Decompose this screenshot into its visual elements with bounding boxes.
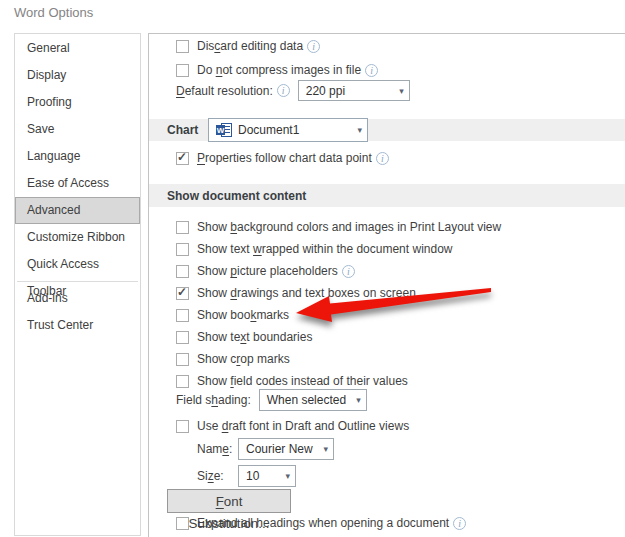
checkbox-row-use-draft-font[interactable]: ✓ Use draft font in Draft and Outline vi… (176, 418, 409, 434)
default-resolution-row: Default resolution: i 220 ppi ▾ (176, 80, 410, 101)
checkbox-label[interactable]: Show field codes instead of their values (197, 374, 408, 388)
checkbox-row-show-picture-placeholders[interactable]: ✓ Show picture placeholders i (176, 260, 625, 282)
checkbox-label[interactable]: Show drawings and text boxes on screen (197, 286, 416, 300)
checkbox[interactable]: ✓ (176, 309, 189, 322)
checkbox[interactable]: ✓ (176, 420, 189, 433)
sidebar-item-language[interactable]: Language (15, 143, 140, 170)
show-options-list: ✓ Show background colors and images in P… (176, 216, 625, 392)
dropdown-arrow-icon: ▾ (349, 125, 362, 135)
info-icon[interactable]: i (453, 517, 466, 530)
sidebar-item-advanced[interactable]: Advanced (15, 197, 140, 224)
check-icon: ✓ (177, 285, 187, 299)
checkbox[interactable]: ✓ (176, 221, 189, 234)
checkbox[interactable]: ✓ (176, 375, 189, 388)
show-document-content-header: Show document content (149, 184, 625, 207)
checkbox-label[interactable]: Show text wrapped within the document wi… (197, 242, 452, 256)
checkbox[interactable]: ✓ (176, 64, 189, 77)
dropdown-value: 220 ppi (306, 84, 345, 98)
checkbox-row-do-not-compress-images[interactable]: ✓ Do not compress images in file i (176, 62, 378, 78)
dropdown-value: Courier New (246, 442, 313, 456)
checkbox-label[interactable]: Show text boundaries (197, 330, 312, 344)
checkbox-label[interactable]: Discard editing data (197, 39, 303, 53)
checkbox-label[interactable]: Properties follow chart data point (197, 151, 372, 165)
dropdown-arrow-icon: ▾ (348, 395, 361, 405)
field-shading-row: Field shading: When selected ▾ (176, 389, 367, 411)
info-icon[interactable]: i (307, 40, 320, 53)
sidebar-item-ease-of-access[interactable]: Ease of Access (15, 170, 140, 197)
checkbox-label[interactable]: Show background colors and images in Pri… (197, 220, 501, 234)
chart-section-header: Chart W Document1 ▾ (149, 119, 625, 141)
font-name-dropdown[interactable]: Courier New ▾ (238, 438, 334, 460)
field-shading-dropdown[interactable]: When selected ▾ (259, 389, 367, 411)
sidebar-item-trust-center[interactable]: Trust Center (15, 312, 140, 339)
font-name-label: Name: (197, 442, 238, 456)
checkbox[interactable]: ✓ (176, 287, 189, 300)
info-icon[interactable]: i (365, 64, 378, 77)
sidebar-item-general[interactable]: General (15, 35, 140, 62)
draft-font-size-row: Size: 10 ▾ (197, 465, 296, 487)
sidebar: General Display Proofing Save Language E… (14, 33, 141, 536)
field-shading-label: Field shading: (176, 393, 251, 407)
checkbox-label[interactable]: Show crop marks (197, 352, 290, 366)
checkbox-row-show-crop-marks[interactable]: ✓ Show crop marks (176, 348, 625, 370)
checkbox-label[interactable]: Do not compress images in file (197, 63, 361, 77)
section-title: Chart (149, 123, 198, 137)
dropdown-value: 10 (246, 469, 259, 483)
checkbox[interactable]: ✓ (176, 331, 189, 344)
dropdown-value: When selected (267, 393, 346, 407)
checkbox[interactable]: ✓ (176, 517, 189, 530)
checkbox[interactable]: ✓ (176, 40, 189, 53)
checkbox-row-show-drawings[interactable]: ✓ Show drawings and text boxes on screen (176, 282, 625, 304)
checkbox[interactable]: ✓ (176, 152, 189, 165)
info-icon[interactable]: i (277, 84, 290, 97)
sidebar-item-save[interactable]: Save (15, 116, 140, 143)
info-icon[interactable]: i (342, 265, 355, 278)
content-pane: ✓ Discard editing data i ✓ Do not compre… (148, 33, 625, 537)
checkbox[interactable]: ✓ (176, 353, 189, 366)
checkbox-row-show-background-colors[interactable]: ✓ Show background colors and images in P… (176, 216, 625, 238)
checkbox-row-expand-all-headings[interactable]: ✓ Expand all headings when opening a doc… (176, 515, 466, 531)
sidebar-item-quick-access-toolbar[interactable]: Quick Access Toolbar (15, 251, 140, 278)
font-size-label: Size: (197, 469, 238, 483)
svg-text:W: W (217, 126, 225, 135)
dropdown-arrow-icon: ▾ (277, 471, 290, 481)
font-substitution-button[interactable]: Font Substitution... (167, 489, 291, 513)
draft-font-name-row: Name: Courier New ▾ (197, 438, 334, 460)
checkbox-row-discard-editing-data[interactable]: ✓ Discard editing data i (176, 38, 320, 54)
info-icon[interactable]: i (376, 152, 389, 165)
section-title: Show document content (149, 189, 306, 203)
checkbox-row-show-text-wrapped[interactable]: ✓ Show text wrapped within the document … (176, 238, 625, 260)
dropdown-value: Document1 (238, 123, 299, 137)
window-title: Word Options (14, 5, 93, 20)
word-document-icon: W (216, 123, 232, 138)
sidebar-item-proofing[interactable]: Proofing (15, 89, 140, 116)
checkbox-label[interactable]: Show picture placeholders (197, 264, 338, 278)
dropdown-arrow-icon: ▾ (391, 86, 404, 96)
checkbox[interactable]: ✓ (176, 265, 189, 278)
default-resolution-dropdown[interactable]: 220 ppi ▾ (298, 80, 410, 101)
dropdown-arrow-icon: ▾ (315, 444, 328, 454)
checkbox-row-show-bookmarks[interactable]: ✓ Show bookmarks (176, 304, 625, 326)
check-icon: ✓ (177, 150, 187, 164)
sidebar-item-customize-ribbon[interactable]: Customize Ribbon (15, 224, 140, 251)
default-resolution-label: Default resolution: (176, 84, 273, 98)
checkbox-label[interactable]: Use draft font in Draft and Outline view… (197, 419, 409, 433)
font-size-dropdown[interactable]: 10 ▾ (238, 465, 296, 487)
sidebar-item-add-ins[interactable]: Add-ins (15, 285, 140, 312)
checkbox-label[interactable]: Expand all headings when opening a docum… (197, 516, 449, 530)
sidebar-item-display[interactable]: Display (15, 62, 140, 89)
checkbox-label[interactable]: Show bookmarks (197, 308, 289, 322)
checkbox[interactable]: ✓ (176, 243, 189, 256)
checkbox-row-show-text-boundaries[interactable]: ✓ Show text boundaries (176, 326, 625, 348)
chart-document-dropdown[interactable]: W Document1 ▾ (208, 118, 368, 142)
checkbox-row-properties-follow-chart[interactable]: ✓ Properties follow chart data point i (176, 150, 389, 166)
